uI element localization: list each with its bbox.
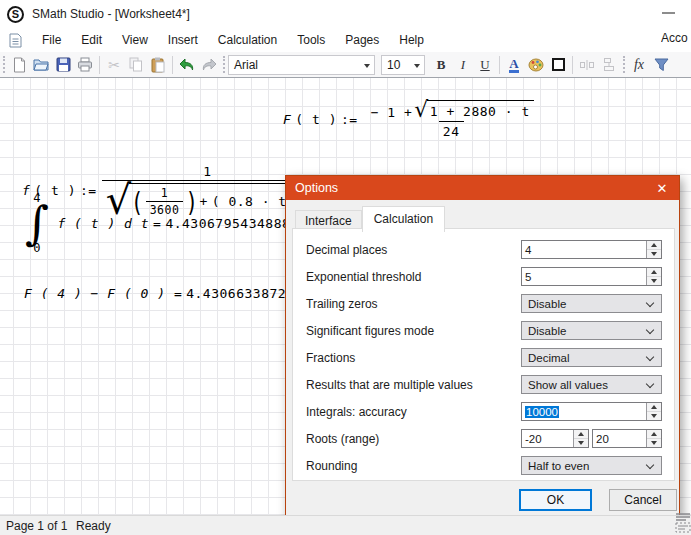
exponential-threshold-label: Exponential threshold xyxy=(306,270,421,284)
border-button[interactable] xyxy=(547,54,569,76)
integral-lower-limit: 0 xyxy=(33,242,41,255)
significant-figures-row: Significant figures mode Disable xyxy=(293,317,674,344)
chevron-down-icon xyxy=(414,64,420,68)
menu-account[interactable]: Acco xyxy=(661,31,691,45)
spinner-buttons[interactable] xyxy=(646,268,661,285)
menu-tools[interactable]: Tools xyxy=(287,30,335,50)
font-color-button[interactable]: A xyxy=(503,54,525,76)
font-size-value: 10 xyxy=(387,58,400,72)
chevron-down-icon xyxy=(646,353,654,361)
significant-figures-value: Disable xyxy=(528,325,566,337)
multiple-values-row: Results that are multiple values Show al… xyxy=(293,371,674,398)
trailing-zeros-value: Disable xyxy=(528,298,566,310)
menu-file[interactable]: File xyxy=(32,30,71,50)
decimal-places-input[interactable]: 4 xyxy=(521,240,662,259)
rounding-value: Half to even xyxy=(528,460,589,472)
calculation-tab-panel: Decimal places 4 Exponential threshold 5… xyxy=(292,228,675,481)
formula-text: 24 xyxy=(439,121,464,139)
formula-difference[interactable]: F ( 4 ) − F ( 0 ) = 4.43066338724384 xyxy=(22,286,321,301)
formula-text: = xyxy=(151,216,163,231)
open-button[interactable] xyxy=(30,54,52,76)
border-icon xyxy=(552,58,565,71)
rounding-dropdown[interactable]: Half to even xyxy=(521,456,662,475)
integral-result: 4.4306795434888 xyxy=(163,216,292,231)
roots-range-row: Roots (range) -20 20 xyxy=(293,425,674,452)
multiple-values-dropdown[interactable]: Show all values xyxy=(521,375,662,394)
ok-button[interactable]: OK xyxy=(519,489,592,511)
formula-text: ( t ) xyxy=(293,112,339,127)
exponential-threshold-input[interactable]: 5 xyxy=(521,267,662,286)
save-button[interactable] xyxy=(52,54,74,76)
split-cells-icon xyxy=(580,60,594,70)
font-family-value: Arial xyxy=(234,58,258,72)
close-icon[interactable]: ✕ xyxy=(645,176,679,200)
page-footer-icon[interactable] xyxy=(674,513,691,535)
tab-calculation[interactable]: Calculation xyxy=(362,206,445,232)
formula-integral[interactable]: 4 ∫ 0 f ( t ) d t = 4.4306795434888 xyxy=(25,192,292,255)
menu-calculation[interactable]: Calculation xyxy=(208,30,287,50)
paste-button[interactable] xyxy=(147,54,169,76)
menu-help[interactable]: Help xyxy=(389,30,434,50)
chevron-down-icon xyxy=(646,299,654,307)
dialog-title-bar[interactable]: Options ✕ xyxy=(286,176,679,200)
new-page-icon xyxy=(12,57,27,73)
highlight-color-button[interactable] xyxy=(525,54,547,76)
italic-button[interactable]: I xyxy=(452,54,474,76)
insert-function-button[interactable]: fx xyxy=(628,54,650,76)
toolstrip-grip[interactable] xyxy=(3,56,5,73)
align-elements-icon xyxy=(604,58,615,71)
roots-max-input[interactable]: 20 xyxy=(592,429,662,448)
fractions-row: Fractions Decimal xyxy=(293,344,674,371)
rounding-label: Rounding xyxy=(306,459,357,473)
print-button[interactable] xyxy=(74,54,96,76)
redo-button[interactable] xyxy=(198,54,220,76)
spinner-buttons[interactable] xyxy=(646,430,661,447)
toolstrip-grip[interactable] xyxy=(223,56,225,73)
menu-edit[interactable]: Edit xyxy=(71,30,112,50)
exponential-threshold-value: 5 xyxy=(522,271,646,283)
decimal-places-label: Decimal places xyxy=(306,243,387,257)
integrals-accuracy-label: Integrals: accuracy xyxy=(306,405,407,419)
trailing-zeros-dropdown[interactable]: Disable xyxy=(521,294,662,313)
new-button[interactable] xyxy=(8,54,30,76)
decimal-places-row: Decimal places 4 xyxy=(293,236,674,263)
spinner-buttons[interactable] xyxy=(646,241,661,258)
multiple-values-label: Results that are multiple values xyxy=(306,378,473,392)
filter-button[interactable] xyxy=(650,54,672,76)
split-cells-button[interactable] xyxy=(576,54,598,76)
roots-min-input[interactable]: -20 xyxy=(521,429,589,448)
toolstrip-grip[interactable] xyxy=(623,56,625,73)
dialog-title: Options xyxy=(295,181,338,195)
underline-button[interactable]: U xyxy=(474,54,496,76)
integrals-accuracy-value: 10000 xyxy=(525,406,559,418)
palette-icon xyxy=(528,58,544,72)
copy-button[interactable] xyxy=(125,54,147,76)
menu-insert[interactable]: Insert xyxy=(158,30,208,50)
scissors-icon: ✂ xyxy=(108,57,120,73)
chevron-down-icon xyxy=(646,326,654,334)
align-elements-button[interactable] xyxy=(598,54,620,76)
minimize-button[interactable] xyxy=(662,12,675,14)
page-indicator: Page 1 of 1 xyxy=(6,519,76,533)
integrals-accuracy-row: Integrals: accuracy 10000 xyxy=(293,398,674,425)
cut-button[interactable]: ✂ xyxy=(103,54,125,76)
spinner-buttons[interactable] xyxy=(573,430,588,447)
font-color-icon: A xyxy=(509,57,518,73)
document-icon xyxy=(9,33,22,48)
bold-button[interactable]: B xyxy=(430,54,452,76)
save-floppy-icon xyxy=(56,57,71,72)
font-size-combo[interactable]: 10 xyxy=(381,55,425,75)
chevron-down-icon xyxy=(646,380,654,388)
fractions-dropdown[interactable]: Decimal xyxy=(521,348,662,367)
spinner-buttons[interactable] xyxy=(646,403,661,420)
cancel-button[interactable]: Cancel xyxy=(609,489,677,511)
font-family-combo[interactable]: Arial xyxy=(228,55,375,75)
menu-pages[interactable]: Pages xyxy=(335,30,389,50)
menu-view[interactable]: View xyxy=(112,30,158,50)
undo-button[interactable] xyxy=(176,54,198,76)
formula-text: 1 + 2880 · t xyxy=(427,100,534,120)
formula-text: F xyxy=(281,112,293,127)
integrals-accuracy-input[interactable]: 10000 xyxy=(521,402,662,421)
significant-figures-dropdown[interactable]: Disable xyxy=(521,321,662,340)
formula-F-definition[interactable]: F ( t ) := − 1 + √ 1 + 2880 · t 24 xyxy=(281,100,543,139)
